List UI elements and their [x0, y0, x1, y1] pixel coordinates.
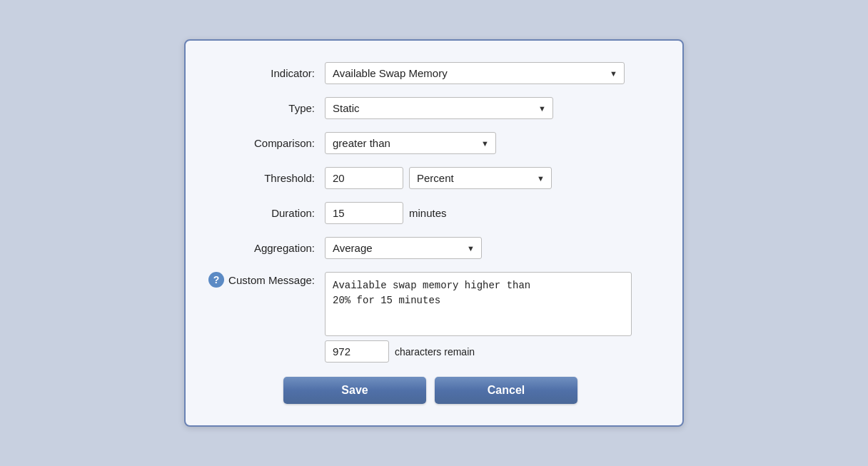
- duration-label: Duration:: [207, 207, 325, 219]
- indicator-select[interactable]: Available Swap Memory: [325, 62, 625, 84]
- comparison-select-wrapper: greater than: [325, 132, 496, 154]
- comparison-label: Comparison:: [207, 137, 325, 149]
- duration-input[interactable]: [325, 202, 403, 224]
- aggregation-label: Aggregation:: [207, 242, 325, 254]
- aggregation-row: Aggregation: Average: [207, 237, 654, 259]
- dialog-container: Indicator: Available Swap Memory Type: S…: [184, 39, 684, 427]
- duration-row: Duration: minutes: [207, 202, 654, 224]
- chars-remain-row: characters remain: [325, 340, 632, 363]
- save-button[interactable]: Save: [283, 377, 426, 404]
- cancel-button[interactable]: Cancel: [435, 377, 577, 404]
- comparison-row: Comparison: greater than: [207, 132, 654, 154]
- threshold-row: Threshold: Percent: [207, 167, 654, 189]
- help-icon[interactable]: ?: [208, 272, 224, 288]
- custom-message-label-container: ? Custom Message:: [207, 272, 325, 288]
- threshold-unit-wrapper: Percent: [409, 167, 552, 189]
- duration-inputs: minutes: [325, 202, 447, 224]
- custom-message-textarea[interactable]: Available swap memory higher than 20% fo…: [325, 272, 632, 336]
- threshold-unit-select[interactable]: Percent: [409, 167, 552, 189]
- type-select[interactable]: Static: [325, 97, 553, 119]
- custom-message-row: ? Custom Message: Available swap memory …: [207, 272, 654, 363]
- button-row: Save Cancel: [207, 377, 654, 404]
- threshold-label: Threshold:: [207, 172, 325, 184]
- threshold-inputs: Percent: [325, 167, 552, 189]
- duration-unit: minutes: [409, 207, 447, 219]
- indicator-select-wrapper: Available Swap Memory: [325, 62, 625, 84]
- threshold-input[interactable]: [325, 167, 403, 189]
- custom-message-label: Custom Message:: [228, 274, 315, 286]
- indicator-label: Indicator:: [207, 67, 325, 79]
- comparison-select[interactable]: greater than: [325, 132, 496, 154]
- chars-remain-input[interactable]: [325, 340, 389, 363]
- aggregation-select-wrapper: Average: [325, 237, 482, 259]
- indicator-row: Indicator: Available Swap Memory: [207, 62, 654, 84]
- chars-remain-label: characters remain: [395, 346, 475, 358]
- type-label: Type:: [207, 102, 325, 114]
- custom-message-content: Available swap memory higher than 20% fo…: [325, 272, 632, 363]
- aggregation-select[interactable]: Average: [325, 237, 482, 259]
- type-select-wrapper: Static: [325, 97, 553, 119]
- type-row: Type: Static: [207, 97, 654, 119]
